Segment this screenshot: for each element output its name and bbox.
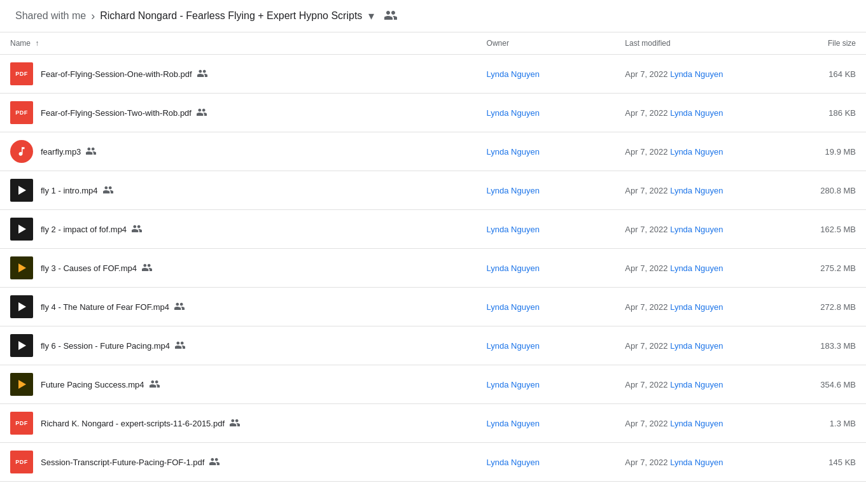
owner-cell[interactable]: Lynda Nguyen: [477, 288, 615, 326]
file-name-text: Fear-of-Flying-Session-Two-with-Rob.pdf: [41, 108, 207, 118]
shared-icon: [150, 379, 160, 389]
modified-cell: Apr 7, 2022 Lynda Nguyen: [615, 94, 771, 132]
modifier-name[interactable]: Lynda Nguyen: [670, 69, 723, 79]
owner-cell[interactable]: Lynda Nguyen: [477, 94, 615, 132]
file-name-cell-0: PDF Fear-of-Flying-Session-One-with-Rob.…: [0, 55, 477, 94]
file-name-text: fearfly.mp3: [41, 146, 96, 157]
breadcrumb-dropdown-icon[interactable]: ▾: [368, 9, 374, 23]
shared-icon: [174, 302, 185, 312]
shared-icon: [86, 146, 96, 157]
file-name-cell-8: Future Pacing Success.mp4: [0, 365, 477, 404]
file-table: Name ↑ Owner Last modified File size PDF…: [0, 32, 866, 482]
file-name-label: Session-Transcript-Future-Pacing-FOF-1.p…: [41, 458, 204, 467]
owner-cell[interactable]: Lynda Nguyen: [477, 443, 615, 482]
file-name-cell-10: PDF Session-Transcript-Future-Pacing-FOF…: [0, 443, 477, 482]
table-row[interactable]: fly 4 - The Nature of Fear FOF.mp4 Lynda…: [0, 288, 866, 326]
size-cell: 19.9 MB: [771, 132, 866, 171]
table-row[interactable]: fly 2 - impact of fof.mp4 Lynda Nguyen A…: [0, 210, 866, 249]
breadcrumb-people-icon[interactable]: [384, 10, 397, 23]
shared-icon: [197, 108, 207, 118]
shared-icon: [209, 457, 220, 467]
size-cell: 164 KB: [771, 55, 866, 94]
video-icon: [10, 334, 33, 357]
owner-cell[interactable]: Lynda Nguyen: [477, 132, 615, 171]
file-name-cell-6: fly 4 - The Nature of Fear FOF.mp4: [0, 288, 477, 326]
modifier-name[interactable]: Lynda Nguyen: [670, 263, 723, 273]
modifier-name[interactable]: Lynda Nguyen: [670, 380, 723, 389]
size-cell: 183.3 MB: [771, 326, 866, 365]
modified-cell: Apr 7, 2022 Lynda Nguyen: [615, 210, 771, 249]
modifier-name[interactable]: Lynda Nguyen: [670, 147, 723, 157]
file-name-label: fly 2 - impact of fof.mp4: [41, 225, 127, 234]
table-row[interactable]: fly 3 - Causes of FOF.mp4 Lynda Nguyen A…: [0, 249, 866, 288]
video-icon: [10, 179, 33, 202]
modifier-name[interactable]: Lynda Nguyen: [670, 341, 723, 351]
table-row[interactable]: PDF Session-Transcript-Future-Pacing-FOF…: [0, 443, 866, 482]
modifier-name[interactable]: Lynda Nguyen: [670, 225, 723, 234]
modifier-name[interactable]: Lynda Nguyen: [670, 302, 723, 312]
breadcrumb-shared-link[interactable]: Shared with me: [15, 10, 86, 22]
file-name-cell-2: fearfly.mp3: [0, 132, 477, 171]
table-row[interactable]: PDF Fear-of-Flying-Session-Two-with-Rob.…: [0, 94, 866, 132]
table-row[interactable]: PDF Fear-of-Flying-Session-One-with-Rob.…: [0, 55, 866, 94]
file-name-text: Richard K. Nongard - expert-scripts-11-6…: [41, 418, 240, 428]
modified-cell: Apr 7, 2022 Lynda Nguyen: [615, 249, 771, 288]
breadcrumb-folder-name: Richard Nongard - Fearless Flying + Expe…: [100, 10, 362, 22]
size-cell: 275.2 MB: [771, 249, 866, 288]
video-amber-icon: [10, 256, 33, 279]
owner-cell[interactable]: Lynda Nguyen: [477, 365, 615, 404]
breadcrumb-chevron-icon: ›: [91, 10, 95, 23]
modifier-name[interactable]: Lynda Nguyen: [670, 458, 723, 467]
col-header-size[interactable]: File size: [771, 32, 866, 55]
file-name-cell-9: PDF Richard K. Nongard - expert-scripts-…: [0, 404, 477, 443]
modified-cell: Apr 7, 2022 Lynda Nguyen: [615, 171, 771, 210]
owner-cell[interactable]: Lynda Nguyen: [477, 404, 615, 443]
owner-cell[interactable]: Lynda Nguyen: [477, 210, 615, 249]
shared-icon: [132, 224, 142, 234]
size-cell: 272.8 MB: [771, 288, 866, 326]
file-name-label: Fear-of-Flying-Session-One-with-Rob.pdf: [41, 69, 192, 79]
modifier-name[interactable]: Lynda Nguyen: [670, 108, 723, 118]
owner-cell[interactable]: Lynda Nguyen: [477, 326, 615, 365]
col-header-owner[interactable]: Owner: [477, 32, 615, 55]
file-name-text: Fear-of-Flying-Session-One-with-Rob.pdf: [41, 69, 207, 79]
file-name-label: Richard K. Nongard - expert-scripts-11-6…: [41, 419, 225, 428]
modifier-name[interactable]: Lynda Nguyen: [670, 186, 723, 195]
file-name-text: fly 3 - Causes of FOF.mp4: [41, 263, 152, 273]
size-cell: 145 KB: [771, 443, 866, 482]
breadcrumb: Shared with me › Richard Nongard - Fearl…: [0, 0, 866, 32]
owner-cell[interactable]: Lynda Nguyen: [477, 55, 615, 94]
table-row[interactable]: Future Pacing Success.mp4 Lynda Nguyen A…: [0, 365, 866, 404]
modified-cell: Apr 7, 2022 Lynda Nguyen: [615, 326, 771, 365]
table-row[interactable]: fly 6 - Session - Future Pacing.mp4 Lynd…: [0, 326, 866, 365]
col-header-modified[interactable]: Last modified: [615, 32, 771, 55]
modified-cell: Apr 7, 2022 Lynda Nguyen: [615, 404, 771, 443]
table-row[interactable]: fearfly.mp3 Lynda Nguyen Apr 7, 2022 Lyn…: [0, 132, 866, 171]
file-name-cell-3: fly 1 - intro.mp4: [0, 171, 477, 210]
file-name-cell-4: fly 2 - impact of fof.mp4: [0, 210, 477, 249]
file-name-label: Fear-of-Flying-Session-Two-with-Rob.pdf: [41, 108, 192, 118]
file-name-text: fly 2 - impact of fof.mp4: [41, 224, 142, 234]
modified-cell: Apr 7, 2022 Lynda Nguyen: [615, 132, 771, 171]
col-header-name[interactable]: Name ↑: [0, 32, 477, 55]
size-cell: 280.8 MB: [771, 171, 866, 210]
shared-icon: [175, 340, 185, 351]
table-row[interactable]: fly 1 - intro.mp4 Lynda Nguyen Apr 7, 20…: [0, 171, 866, 210]
owner-cell[interactable]: Lynda Nguyen: [477, 249, 615, 288]
table-row[interactable]: PDF Richard K. Nongard - expert-scripts-…: [0, 404, 866, 443]
pdf-icon: PDF: [10, 412, 33, 435]
video-icon: [10, 218, 33, 241]
size-cell: 162.5 MB: [771, 210, 866, 249]
sort-icon: ↑: [35, 39, 39, 48]
file-name-text: fly 4 - The Nature of Fear FOF.mp4: [41, 302, 185, 312]
modified-cell: Apr 7, 2022 Lynda Nguyen: [615, 443, 771, 482]
pdf-icon: PDF: [10, 62, 33, 85]
video-icon: [10, 295, 33, 318]
modifier-name[interactable]: Lynda Nguyen: [670, 419, 723, 428]
size-cell: 354.6 MB: [771, 365, 866, 404]
owner-cell[interactable]: Lynda Nguyen: [477, 171, 615, 210]
file-name-cell-5: fly 3 - Causes of FOF.mp4: [0, 249, 477, 288]
file-name-cell-1: PDF Fear-of-Flying-Session-Two-with-Rob.…: [0, 94, 477, 132]
mp3-icon: [10, 140, 33, 163]
size-cell: 186 KB: [771, 94, 866, 132]
